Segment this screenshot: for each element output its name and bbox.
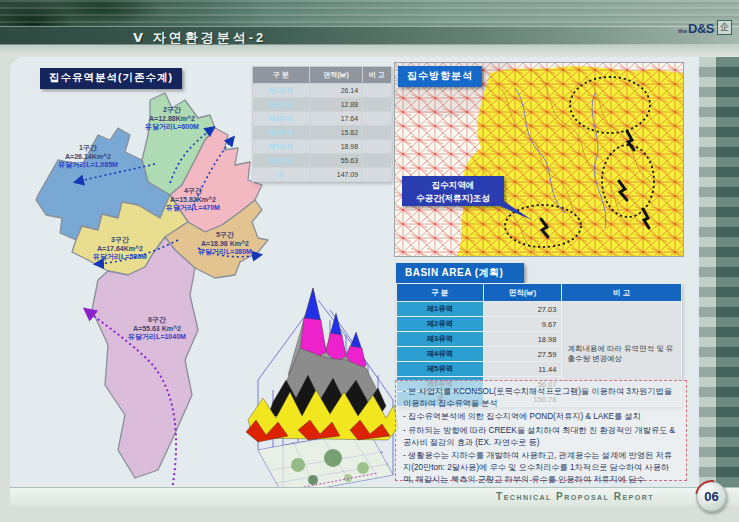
table-row: 제1유역26.14 xyxy=(253,84,392,98)
row-note xyxy=(363,84,392,98)
row-label: 제6유역 xyxy=(253,154,310,168)
footer-bar: Technical Proposal Report xyxy=(10,487,739,506)
col-header-note: 비 고 xyxy=(562,284,682,302)
row-label: 제2유역 xyxy=(253,98,310,112)
col-header-category: 구 분 xyxy=(397,284,484,302)
row-label: 제3유역 xyxy=(253,112,310,126)
col-header-note: 비 고 xyxy=(363,67,392,84)
logo-seal-icon: 企 xyxy=(717,20,732,35)
row-value: 27.59 xyxy=(483,347,562,362)
row-label: 제2유역 xyxy=(397,317,484,332)
row-value: 15.82 xyxy=(309,126,362,140)
direction-analysis-title: 집수방향분석 xyxy=(398,66,482,87)
table-row: 제1유역 27.03 계획내용에 따라 유역면적 및 유출수량 변경예상 xyxy=(397,302,682,317)
col-header-area: 면적(㎢) xyxy=(483,284,562,302)
banner-lower-strip xyxy=(0,45,739,57)
row-value: 18.98 xyxy=(483,332,562,347)
row-value: 27.03 xyxy=(483,302,562,317)
right-stripe-band-light xyxy=(699,57,716,487)
banner-stripes-decoration xyxy=(0,0,739,26)
report-page: Ⅴ 자연환경분석-2 the D&S 企 집수유역분석(기존수계) xyxy=(0,0,739,522)
row-note xyxy=(363,112,392,126)
table-total-row: 계147.09 xyxy=(253,168,392,182)
table-header-row: 구 분 면적(㎢) 비 고 xyxy=(253,67,392,84)
row-label: 제4유역 xyxy=(397,347,484,362)
table-row: 제3유역17.64 xyxy=(253,112,392,126)
row-note xyxy=(363,98,392,112)
row-label: 제5유역 xyxy=(397,362,484,377)
note-item: - 본 사업지를 KCONSOL(토목수치해석프로그램)을 이용하여 3차원기법… xyxy=(403,386,679,410)
region-label-6: 6구간 A=55.63 Km^2 유달거리L=1040M xyxy=(112,316,202,342)
tin-mesh xyxy=(395,63,683,256)
header-banner: Ⅴ 자연환경분석-2 the D&S 企 xyxy=(0,0,739,45)
row-note xyxy=(363,154,392,168)
region-label-2: 2구간 A=12.88Km^2 유달거리L=600M xyxy=(127,106,217,132)
logo-the-text: the xyxy=(678,27,687,35)
total-value: 147.09 xyxy=(309,168,362,182)
table-row: 제2유역12.88 xyxy=(253,98,392,112)
region-label-3: 3구간 A=17.64Km^2 유달거리L=580M xyxy=(75,236,165,262)
row-note xyxy=(363,126,392,140)
table-row: 제5유역18.98 xyxy=(253,140,392,154)
row-label: 제3유역 xyxy=(397,332,484,347)
row-note xyxy=(363,168,392,182)
basin-area-title: BASIN AREA (계획) xyxy=(396,263,524,284)
note-item: - 집수유역분석에 의한 집수지역에 POND(저류지) & LAKE를 설치 xyxy=(403,411,679,423)
row-label: 제1유역 xyxy=(253,84,310,98)
region-label-1: 1구간 A=26.14Km^2 유달거리L=1,085M xyxy=(43,144,133,170)
row-value: 18.98 xyxy=(309,140,362,154)
row-value: 17.64 xyxy=(309,112,362,126)
region-label-4: 4구간 A=15.82Km^2 유달거리L=470M xyxy=(148,187,238,213)
right-stripe-band-dark xyxy=(716,57,739,487)
row-value: 55.63 xyxy=(309,154,362,168)
note-item: - 생활용수는 지하수를 개발하여 사용하고, 관계용수는 설계에 반영된 저류… xyxy=(403,450,679,487)
callout-line-1: 집수지역에 xyxy=(402,179,504,192)
callout-line-2: 수공간(저류지)조성 xyxy=(402,192,504,205)
row-value: 9.67 xyxy=(483,317,562,332)
logo-name-text: D&S xyxy=(688,22,714,35)
title-band: Ⅴ 자연환경분석-2 xyxy=(0,26,739,45)
col-header-category: 구 분 xyxy=(253,67,310,84)
row-value: 12.88 xyxy=(309,98,362,112)
table-header-row: 구 분 면적(㎢) 비 고 xyxy=(397,284,682,302)
note-item: - 유하되는 방향에 따라 CREEK을 설치하여 최대한 친 환경적인 개발유… xyxy=(403,425,679,449)
region-label-5: 5구간 A=18.98 Km^2 유달거리L=380M xyxy=(180,231,270,257)
existing-basin-table: 구 분 면적(㎢) 비 고 제1유역26.14 제2유역12.88 제3유역17… xyxy=(252,66,392,182)
direction-analysis-map xyxy=(394,62,684,257)
row-label: 제4유역 xyxy=(253,126,310,140)
company-logo: the D&S 企 xyxy=(678,20,732,35)
footer-report-label: Technical Proposal Report xyxy=(496,491,654,502)
row-label: 제1유역 xyxy=(397,302,484,317)
col-header-area: 면적(㎢) xyxy=(309,67,362,84)
table-row: 제6유역55.63 xyxy=(253,154,392,168)
analysis-notes-box: - 본 사업지를 KCONSOL(토목수치해석프로그램)을 이용하여 3차원기법… xyxy=(395,380,687,481)
page-number-badge: 06 xyxy=(696,481,727,512)
row-value: 26.14 xyxy=(309,84,362,98)
row-value: 11.44 xyxy=(483,362,562,377)
pond-callout: 집수지역에 수공간(저류지)조성 xyxy=(402,176,504,206)
row-note xyxy=(363,140,392,154)
terrain-3d-model xyxy=(238,280,400,502)
row-label: 제5유역 xyxy=(253,140,310,154)
total-label: 계 xyxy=(253,168,310,182)
table-row: 제4유역15.82 xyxy=(253,126,392,140)
